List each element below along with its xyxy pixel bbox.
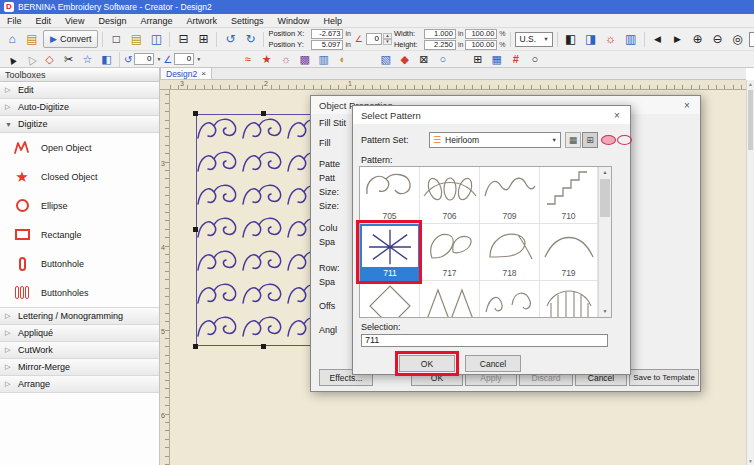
menu-view[interactable]: View — [58, 16, 91, 26]
zoom-out-icon[interactable]: ⊖ — [709, 30, 727, 48]
tool-buttonhole[interactable]: Buttonhole — [0, 249, 159, 278]
hoop-layout-icon[interactable]: # — [507, 52, 524, 67]
outline-preview-icon[interactable] — [617, 135, 632, 145]
angle-field[interactable]: 0 — [366, 33, 382, 45]
menu-window[interactable]: Window — [270, 16, 316, 26]
selection-handle[interactable] — [193, 344, 198, 349]
width-field[interactable]: 1.000 — [424, 29, 456, 39]
selection-field[interactable]: 711 — [361, 334, 608, 347]
star-tool-icon[interactable]: ★ — [258, 52, 275, 67]
color-film-icon[interactable]: ▥ — [622, 30, 640, 48]
scroll-down-icon[interactable]: ▼ — [747, 457, 754, 465]
position-y-field[interactable]: 5.097 — [311, 40, 343, 50]
close-icon[interactable]: × — [604, 106, 630, 124]
open-design-icon[interactable]: ▤ — [127, 30, 145, 48]
print-icon[interactable]: ⊟ — [174, 30, 192, 48]
tool-closed-object[interactable]: ★ Closed Object — [0, 162, 159, 191]
selection-handle[interactable] — [193, 111, 198, 116]
toolbox-section-edit[interactable]: ▷ Edit — [0, 82, 159, 99]
tab-close-icon[interactable]: × — [201, 69, 206, 78]
grid-small-icon[interactable]: ▦ — [488, 52, 505, 67]
tab-design2[interactable]: Design2 × — [160, 67, 212, 79]
redo-icon[interactable]: ↻ — [241, 30, 259, 48]
stitch-view-icon[interactable]: ◧ — [562, 30, 580, 48]
close-icon[interactable]: × — [674, 96, 700, 114]
fill-stitch-tab[interactable]: Fill Stit — [319, 118, 346, 128]
spin-down-icon[interactable]: ▼ — [383, 39, 392, 45]
large-icon-view-button[interactable]: ⊞ — [582, 132, 598, 148]
selection-handle[interactable] — [261, 344, 266, 349]
pattern-fill-icon[interactable]: ▧ — [377, 52, 394, 67]
units-combo[interactable]: U.S. ▼ — [515, 32, 553, 47]
undo-icon[interactable]: ↺ — [221, 30, 239, 48]
film-strip-icon[interactable]: ▥ — [315, 52, 332, 67]
zoom-tool-icon[interactable]: ◎ — [729, 30, 747, 48]
scroll-up-icon[interactable]: ▲ — [747, 80, 754, 88]
height-field[interactable]: 2.250 — [424, 40, 456, 50]
pattern-cell-705[interactable]: 705 — [360, 167, 420, 224]
toolbox-section-applique[interactable]: ▷ Appliqué — [0, 325, 159, 342]
print-preview-icon[interactable]: ⊞ — [194, 30, 212, 48]
icon-view-button[interactable]: ▦ — [565, 132, 581, 148]
pattern-set-combo[interactable]: ☰ Heirloom ▼ — [429, 132, 561, 148]
tool-ellipse[interactable]: Ellipse — [0, 191, 159, 220]
pattern-stamp-icon[interactable]: ▩ — [296, 52, 313, 67]
motif-fill-icon[interactable]: ◆ — [396, 52, 413, 67]
menu-design[interactable]: Design — [91, 16, 133, 26]
dialog-title-bar[interactable]: Select Pattern × — [353, 106, 630, 124]
pattern-cell-partial[interactable] — [360, 281, 420, 318]
magic-wand-icon[interactable]: ☆ — [79, 52, 96, 67]
new-design-icon[interactable]: □ — [107, 30, 125, 48]
scroll-down-icon[interactable]: ▼ — [599, 306, 611, 317]
menu-arrange[interactable]: Arrange — [133, 16, 179, 26]
position-x-field[interactable]: -2.673 — [311, 29, 343, 39]
menu-artwork[interactable]: Artwork — [179, 16, 224, 26]
flower-tool-icon[interactable]: ☼ — [277, 52, 294, 67]
pattern-cell-partial[interactable] — [480, 281, 540, 318]
color-wheel-icon[interactable]: ◐ — [334, 52, 351, 67]
pattern-grid-scrollbar[interactable]: ▲ ▼ — [598, 167, 611, 317]
angle-spinner[interactable]: ▲ ▼ — [383, 33, 392, 45]
library-icon[interactable]: ▤ — [23, 30, 41, 48]
overview-window-icon[interactable]: ☼ — [602, 30, 620, 48]
back-icon[interactable]: ◀ — [649, 30, 667, 48]
save-design-icon[interactable]: ◫ — [147, 30, 165, 48]
portfolio-icon[interactable]: ⌂ — [3, 30, 21, 48]
pattern-cell-709[interactable]: 709 — [480, 167, 540, 224]
rotate-field[interactable]: 0 — [134, 53, 154, 65]
cross-stitch-icon[interactable]: ⊠ — [415, 52, 432, 67]
pattern-cell-717[interactable]: 717 — [420, 224, 480, 281]
tool-open-object[interactable]: Open Object — [0, 133, 159, 162]
pattern-cell-719[interactable]: 719 — [540, 224, 598, 281]
mirror-tool-icon[interactable]: ◧ — [98, 52, 115, 67]
reshape-tool-icon[interactable]: △ — [19, 48, 42, 70]
toolbox-section-lettering[interactable]: ▷ Lettering / Monogramming — [0, 308, 159, 325]
scale-y-field[interactable]: 100.00 — [465, 40, 497, 50]
scrollbar-thumb[interactable] — [600, 179, 610, 217]
tool-rectangle[interactable]: Rectangle — [0, 220, 159, 249]
toolbox-section-auto-digitize[interactable]: ▷ Auto-Digitize — [0, 99, 159, 116]
knife-tool-icon[interactable]: ✂ — [60, 52, 77, 67]
menu-help[interactable]: Help — [317, 16, 350, 26]
menu-settings[interactable]: Settings — [224, 16, 271, 26]
toolbox-section-mirror-merge[interactable]: ▷ Mirror-Merge — [0, 359, 159, 376]
scrollbar-thumb[interactable] — [748, 90, 753, 150]
polygon-select-icon[interactable]: ◇ — [41, 52, 58, 67]
filled-preview-icon[interactable] — [601, 135, 616, 145]
pattern-cell-partial[interactable] — [420, 281, 480, 318]
forward-icon[interactable]: ▶ — [669, 30, 687, 48]
artistic-view-icon[interactable]: ◨ — [582, 30, 600, 48]
grid-large-icon[interactable]: ⊞ — [469, 52, 486, 67]
pattern-cell-partial[interactable] — [540, 281, 598, 318]
zoom-in-icon[interactable]: ⊕ — [689, 30, 707, 48]
selection-handle[interactable] — [261, 111, 266, 116]
vertical-scrollbar[interactable]: ▲ ▼ — [746, 80, 754, 465]
hoop-icon[interactable]: ○ — [526, 52, 543, 67]
pattern-cell-706[interactable]: 706 — [420, 167, 480, 224]
motif-run-icon[interactable]: ≈ — [239, 52, 256, 67]
menu-edit[interactable]: Edit — [29, 16, 59, 26]
toolbox-section-digitize[interactable]: ▼ Digitize — [0, 116, 159, 133]
selection-handle[interactable] — [193, 227, 198, 232]
pattern-cancel-button[interactable]: Cancel — [465, 355, 521, 372]
convert-button[interactable]: ▶ Convert — [43, 30, 98, 48]
